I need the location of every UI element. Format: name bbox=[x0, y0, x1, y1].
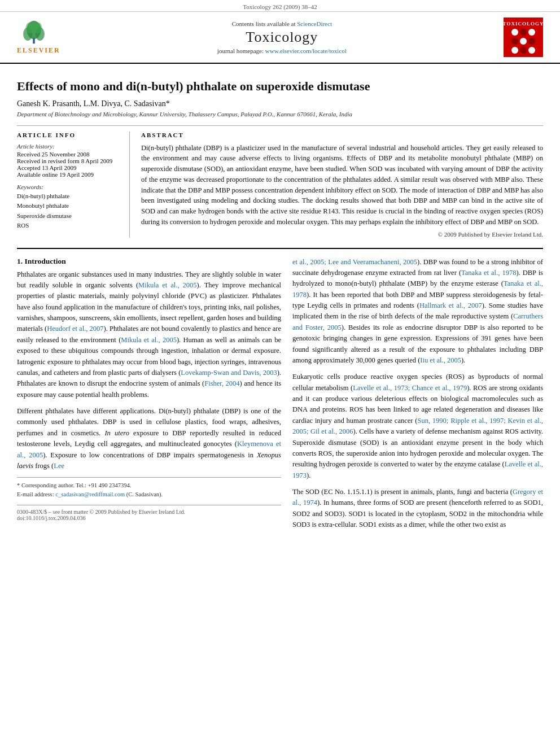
article-authors: Ganesh K. Prasanth, L.M. Divya, C. Sadas… bbox=[17, 99, 543, 108]
article-info-heading: ARTICLE INFO bbox=[17, 132, 121, 138]
ref-lovekamp: Lovekamp-Swan and Davis, 2003 bbox=[181, 369, 277, 377]
journal-header: ELSEVIER Contents lists available at Sci… bbox=[0, 12, 560, 64]
abstract-text: Di(n-butyl) phthalate (DBP) is a plastic… bbox=[141, 143, 543, 228]
right-para1: et al., 2005; Lee and Veeramachaneni, 20… bbox=[292, 257, 543, 366]
intro-heading: 1. Introduction bbox=[17, 257, 281, 266]
footnote-area: * Corresponding author. Tel.: +91 490 23… bbox=[17, 477, 281, 499]
logo-circle-6 bbox=[528, 38, 535, 45]
logo-circle-8 bbox=[520, 47, 527, 54]
ref-fisher: Fisher, 2004 bbox=[204, 379, 239, 387]
logo-circles bbox=[511, 29, 535, 36]
ref-sun: Sun, 1990; Ripple et al., 1997; Kevin et… bbox=[292, 417, 543, 435]
article-title: Effects of mono and di(n-butyl) phthalat… bbox=[17, 78, 543, 95]
ref-lee2005: et al., 2005; Lee and Veeramachaneni, 20… bbox=[292, 258, 417, 266]
svg-point-4 bbox=[26, 23, 34, 34]
toxicology-logo: TOXICOLOGY bbox=[504, 18, 543, 57]
citation-bar: Toxicology 262 (2009) 38–42 bbox=[0, 0, 560, 12]
bottom-footer: 0300-483X/$ – see front matter © 2009 Pu… bbox=[17, 505, 281, 515]
authors-text: Ganesh K. Prasanth, L.M. Divya, C. Sadas… bbox=[17, 99, 170, 108]
ref-iiu: Iiu et al., 2005 bbox=[420, 356, 461, 364]
logo-circle-5 bbox=[520, 38, 527, 45]
homepage-link[interactable]: www.elsevier.com/locate/toxicol bbox=[265, 47, 347, 54]
history-label: Article history: bbox=[17, 143, 121, 150]
footer-issn: 0300-483X/$ – see front matter © 2009 Pu… bbox=[17, 509, 185, 515]
journal-title: Toxicology bbox=[246, 29, 318, 46]
abstract-copyright: © 2009 Published by Elsevier Ireland Ltd… bbox=[141, 231, 543, 238]
keywords-group: Keywords: Di(n-butyl) phthalate Monobuty… bbox=[17, 184, 121, 231]
intro-para2: Different phthalates have different appl… bbox=[17, 406, 281, 471]
footnote-star: * Corresponding author. Tel.: +91 490 23… bbox=[17, 481, 281, 490]
three-word: three bbox=[357, 499, 371, 506]
ref-tanaka1: Tanaka et al., 1978 bbox=[461, 269, 516, 277]
logo-circle-2 bbox=[520, 29, 527, 36]
right-para2: Eukaryotic cells produce reactive oxygen… bbox=[292, 372, 543, 481]
email-label: E-mail address: bbox=[17, 491, 54, 497]
abstract-column: ABSTRACT Di(n-butyl) phthalate (DBP) is … bbox=[141, 132, 543, 238]
main-right-column: et al., 2005; Lee and Veeramachaneni, 20… bbox=[292, 257, 543, 536]
journal-name: Toxicology bbox=[246, 29, 318, 46]
citation-text: Toxicology 262 (2009) 38–42 bbox=[243, 3, 317, 10]
ref-hallmark: Hallmark et al., 2007 bbox=[419, 302, 482, 309]
in-utero-text: In utero bbox=[104, 429, 129, 437]
ref-carruthers: Carruthers and Foster, 2005 bbox=[292, 312, 543, 331]
email-address: c_sadasivan@rediffmail.com bbox=[55, 491, 125, 497]
logo-circle-1 bbox=[511, 29, 518, 36]
ref-mikula2: Mikula et al., 2005 bbox=[121, 336, 177, 344]
logo-circle-7 bbox=[511, 47, 518, 54]
logo-circle-9 bbox=[528, 47, 535, 54]
footer-doi: doi:10.1016/j.tox.2009.04.036 bbox=[17, 515, 281, 521]
section-number: 1. bbox=[17, 257, 23, 265]
journal-homepage: journal homepage: www.elsevier.com/locat… bbox=[217, 47, 347, 54]
ref-lee: Lee bbox=[54, 462, 64, 470]
keywords-label: Keywords: bbox=[17, 184, 121, 190]
info-abstract-section: ARTICLE INFO Article history: Received 2… bbox=[17, 125, 543, 238]
right-para3: The SOD (EC No. 1.15.1.1) is present in … bbox=[292, 487, 543, 531]
svg-point-5 bbox=[34, 23, 42, 34]
ref-heudorf: Heudorf et al., 2007 bbox=[47, 325, 103, 333]
sciencedirect-section: Contents lists available at ScienceDirec… bbox=[60, 20, 504, 54]
elsevier-wordmark: ELSEVIER bbox=[17, 46, 60, 55]
sciencedirect-link[interactable]: ScienceDirect bbox=[297, 20, 332, 27]
intro-para1: Phthalates are organic substances used i… bbox=[17, 269, 281, 401]
logo-circle-4 bbox=[511, 38, 518, 45]
article-info-column: ARTICLE INFO Article history: Received 2… bbox=[17, 132, 130, 238]
article-body: Effects of mono and di(n-butyl) phthalat… bbox=[0, 64, 560, 548]
keyword-1: Di(n-butyl) phthalate bbox=[17, 191, 121, 202]
accepted-date: Accepted 13 April 2009 bbox=[17, 164, 121, 171]
article-history: Article history: Received 25 November 20… bbox=[17, 143, 121, 178]
abstract-heading: ABSTRACT bbox=[141, 132, 543, 138]
elsevier-logo: ELSEVIER bbox=[17, 20, 60, 55]
received-date: Received 25 November 2008 bbox=[17, 151, 121, 158]
logo-circles-3 bbox=[511, 47, 535, 54]
logo-title: TOXICOLOGY bbox=[503, 21, 544, 27]
ref-tanaka2: Tanaka et al., 1978 bbox=[292, 279, 543, 298]
logo-circles-2 bbox=[511, 38, 535, 45]
logo-circle-3 bbox=[528, 29, 535, 36]
ref-mikula1: Mikula et al., 2005 bbox=[138, 281, 197, 289]
intro-heading-text: Introduction bbox=[25, 257, 66, 265]
ref-lavelle2: Lavelle et al., 1973 bbox=[292, 460, 543, 479]
ref-kleymenova: Kleymenova et al., 2005 bbox=[17, 440, 281, 458]
elsevier-tree-icon bbox=[17, 20, 51, 45]
ref-lavelle1: Lavelle et al., 1973; Chance et al., 197… bbox=[353, 384, 467, 392]
main-left-column: 1. Introduction Phthalates are organic s… bbox=[17, 257, 281, 536]
main-content: 1. Introduction Phthalates are organic s… bbox=[17, 248, 543, 536]
keyword-4: ROS bbox=[17, 221, 121, 231]
email-note: (C. Sadasivan). bbox=[126, 491, 163, 497]
sciencedirect-text: Contents lists available at ScienceDirec… bbox=[232, 20, 332, 27]
footnote-email: E-mail address: c_sadasivan@rediffmail.c… bbox=[17, 490, 281, 499]
revised-date: Received in revised form 8 April 2009 bbox=[17, 158, 121, 164]
keyword-2: Monobutyl phthalate bbox=[17, 201, 121, 211]
keywords-list: Di(n-butyl) phthalate Monobutyl phthalat… bbox=[17, 191, 121, 231]
doi-text: doi:10.1016/j.tox.2009.04.036 bbox=[17, 515, 85, 521]
ref-gregory: Gregory et al., 1974 bbox=[292, 488, 543, 506]
online-date: Available online 19 April 2009 bbox=[17, 171, 121, 178]
keyword-3: Superoxide dismutase bbox=[17, 211, 121, 221]
article-affiliation: Department of Biotechnology and Microbio… bbox=[17, 111, 543, 117]
